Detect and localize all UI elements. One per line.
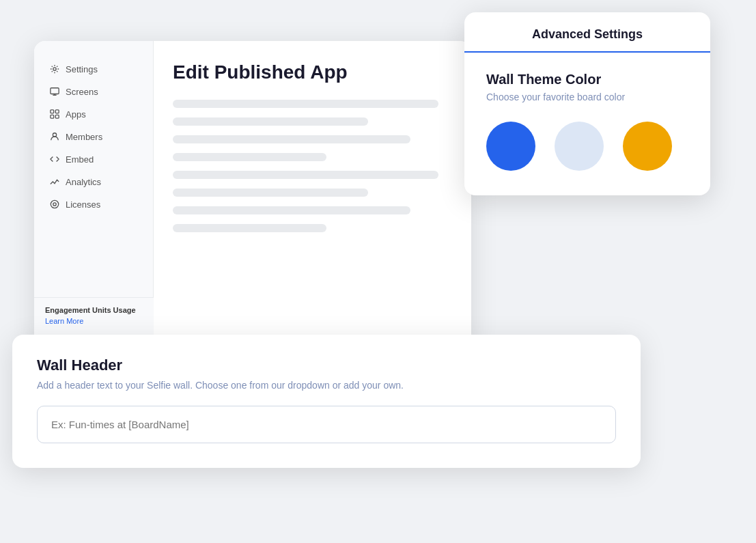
color-options: [486, 122, 688, 171]
svg-rect-3: [55, 110, 59, 113]
wall-theme-title: Wall Theme Color: [486, 72, 688, 87]
settings-icon: [49, 64, 60, 74]
color-option-light[interactable]: [555, 122, 604, 171]
color-option-yellow[interactable]: [623, 122, 672, 171]
licenses-icon: [49, 199, 60, 210]
sidebar-item-label: Screens: [66, 87, 98, 97]
sidebar-item-analytics[interactable]: Analytics: [38, 171, 149, 193]
svg-rect-2: [51, 110, 54, 113]
wall-theme-subtitle: Choose your favorite board color: [486, 92, 688, 102]
sidebar-item-label: Members: [66, 132, 102, 142]
app-window: Settings Screens: [34, 41, 471, 348]
svg-rect-1: [51, 88, 59, 94]
sidebar-item-embed[interactable]: Embed: [38, 148, 149, 170]
screens-icon: [49, 86, 60, 97]
color-option-blue[interactable]: [486, 122, 535, 171]
apps-icon: [49, 109, 60, 120]
wall-header-subtitle: Add a header text to your Selfie wall. C…: [37, 380, 616, 391]
advanced-settings-panel: Advanced Settings Wall Theme Color Choos…: [464, 12, 710, 195]
engagement-box: Engagement Units Usage Learn More: [34, 297, 154, 335]
main-content: Edit Published App: [154, 41, 471, 348]
content-line: [173, 117, 368, 126]
wall-header-card: Wall Header Add a header text to your Se…: [12, 335, 641, 468]
sidebar: Settings Screens: [34, 41, 154, 348]
advanced-settings-title: Advanced Settings: [486, 27, 688, 42]
wall-header-input[interactable]: [37, 406, 616, 443]
engagement-title: Engagement Units Usage: [45, 306, 143, 314]
wall-theme-section: Wall Theme Color Choose your favorite bo…: [464, 53, 710, 195]
sidebar-item-members[interactable]: Members: [38, 126, 149, 148]
svg-rect-4: [51, 115, 54, 118]
analytics-icon: [49, 176, 60, 187]
sidebar-item-settings[interactable]: Settings: [38, 58, 149, 80]
sidebar-item-label: Embed: [66, 154, 94, 165]
sidebar-item-screens[interactable]: Screens: [38, 81, 149, 102]
svg-point-8: [53, 203, 56, 206]
wall-header-title: Wall Header: [37, 357, 616, 374]
page-title: Edit Published App: [173, 61, 452, 83]
sidebar-item-apps[interactable]: Apps: [38, 103, 149, 125]
members-icon: [49, 131, 60, 142]
engagement-learn-more[interactable]: Learn More: [45, 317, 83, 325]
svg-point-7: [51, 200, 58, 208]
content-line: [173, 153, 326, 161]
embed-icon: [49, 154, 60, 165]
sidebar-item-label: Settings: [66, 64, 98, 74]
content-line: [173, 100, 438, 108]
svg-point-6: [53, 133, 56, 137]
content-line: [173, 171, 438, 179]
svg-point-0: [53, 68, 56, 70]
sidebar-item-label: Apps: [66, 109, 86, 120]
sidebar-item-label: Licenses: [66, 199, 100, 210]
sidebar-item-licenses[interactable]: Licenses: [38, 193, 149, 215]
content-line: [173, 206, 410, 214]
advanced-settings-header: Advanced Settings: [464, 12, 710, 53]
sidebar-item-label: Analytics: [66, 177, 101, 187]
content-line: [173, 224, 326, 232]
content-line: [173, 189, 368, 197]
svg-rect-5: [55, 115, 59, 118]
content-line: [173, 135, 410, 143]
content-lines: [173, 100, 452, 232]
